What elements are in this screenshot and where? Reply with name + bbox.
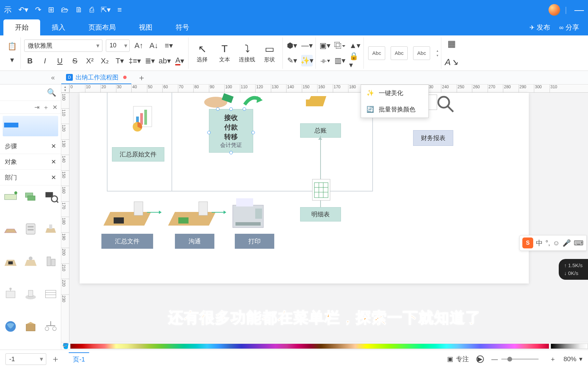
style-preset-2[interactable]: Abc (391, 46, 408, 60)
connector[interactable] (147, 212, 161, 213)
shape-item[interactable] (1, 285, 19, 303)
shape-item[interactable] (42, 285, 60, 303)
paste-icon[interactable]: 📋 (6, 41, 18, 52)
zoom-in-button[interactable]: ＋ (550, 355, 556, 364)
font-select[interactable]: 微软雅黑 (24, 40, 102, 52)
tab-insert[interactable]: 插入 (40, 19, 77, 35)
zoom-level[interactable]: 80% ▾ (564, 355, 583, 363)
list-icon[interactable]: ≣▾ (144, 55, 156, 67)
connector[interactable] (212, 212, 225, 213)
style-preset-3[interactable]: Abc (413, 46, 430, 60)
color-swatches[interactable] (70, 343, 549, 349)
menu-batch-replace-color[interactable]: 🔄批量替换颜色 (361, 101, 428, 118)
shape-item[interactable] (42, 220, 60, 238)
tool-shape[interactable]: ▭形状 (259, 43, 280, 63)
clipart-desk1[interactable] (100, 195, 151, 232)
shape-item[interactable] (1, 317, 19, 336)
redo-icon[interactable]: ↷ (35, 5, 41, 14)
node-summary-file[interactable]: 汇总文件 (101, 234, 153, 249)
ime-toolbar[interactable]: S 中 °, ☺ 🎤 ⌨ (519, 235, 587, 251)
tab-symbol[interactable]: 符号 (164, 19, 201, 35)
table-icon[interactable]: ▦ (445, 37, 458, 51)
category-steps[interactable]: 步骤✕ (0, 138, 61, 154)
category-objects[interactable]: 对象✕ (0, 154, 61, 170)
distribute-icon[interactable]: ▥▾ (334, 55, 346, 66)
font-color-icon[interactable]: A▾ (174, 55, 185, 67)
subscript-button[interactable]: X₂ (99, 55, 111, 67)
play-button[interactable]: ▶ (476, 355, 484, 363)
collapse-panel-icon[interactable]: « (51, 74, 55, 81)
add-icon[interactable]: ＋ (43, 103, 49, 111)
node-print[interactable]: 打印 (235, 234, 274, 249)
node-summary-original[interactable]: 汇总原始文件 (112, 147, 164, 162)
add-page-button[interactable]: ＋ (51, 353, 60, 365)
tab-layout[interactable]: 页面布局 (77, 19, 127, 35)
publish-button[interactable]: ✈发布 (529, 23, 550, 32)
page-select[interactable]: -1 (5, 353, 46, 365)
font-panel-icon[interactable]: A↘ (445, 56, 458, 69)
shape-item[interactable] (42, 317, 60, 336)
arrange-front-icon[interactable]: ▣▾ (319, 40, 331, 51)
share-button[interactable]: ∞分享 (559, 23, 579, 32)
group-icon[interactable]: ⿻▾ (334, 40, 346, 51)
node-receive-payment[interactable]: 接收 付款 转移 会计凭证 (209, 109, 253, 153)
shape-item[interactable] (21, 220, 39, 238)
clipart-printer[interactable] (226, 195, 270, 232)
close-icon[interactable]: ✕ (51, 174, 56, 181)
style-preset-1[interactable]: Abc (368, 46, 385, 60)
print-icon[interactable]: ⎙ (89, 5, 94, 14)
highlight-icon[interactable]: ab▾ (159, 55, 170, 67)
clipart-handshake[interactable] (199, 93, 240, 110)
export-icon[interactable]: ⇱▾ (101, 5, 111, 14)
shape-item[interactable] (1, 220, 19, 238)
shape-item[interactable] (21, 285, 39, 303)
close-panel-icon[interactable]: ✕ (52, 104, 58, 111)
canvas[interactable]: ▲▼ 0102030405060708090100110120130140150… (61, 85, 588, 350)
shape-item[interactable] (1, 187, 19, 206)
beautify-button[interactable]: ✨▾ (301, 55, 313, 66)
tab-view[interactable]: 视图 (127, 19, 164, 35)
shape-item[interactable] (21, 252, 39, 271)
fill-icon[interactable]: ⬢▾ (286, 40, 298, 51)
fill-bucket-icon[interactable]: 🪣 (61, 343, 70, 349)
close-icon[interactable]: ✕ (51, 142, 56, 150)
ime-emoji-icon[interactable]: ☺ (553, 239, 560, 247)
focus-mode-button[interactable]: ▣专注 (447, 355, 469, 364)
minimize-icon[interactable]: — (574, 4, 584, 15)
clipboard-more[interactable]: ▾ (6, 54, 18, 66)
category-dept[interactable]: 部门✕ (0, 170, 61, 185)
align-obj-icon[interactable]: ⟛▾ (319, 55, 331, 66)
tool-connector[interactable]: ⤵连接线 (237, 43, 257, 63)
superscript-button[interactable]: X² (84, 55, 96, 67)
shrink-font-icon[interactable]: A↓ (148, 40, 160, 51)
user-avatar[interactable] (549, 4, 560, 16)
node-report[interactable]: 财务报表 (413, 130, 453, 146)
ime-mode[interactable]: 中 (536, 239, 543, 248)
align-icon[interactable]: ≡▾ (163, 40, 175, 51)
ime-punct-icon[interactable]: °, (545, 239, 550, 247)
line-spacing-icon[interactable]: ‡≡▾ (129, 55, 141, 67)
flip-icon[interactable]: ▲▾ (349, 40, 361, 51)
clipart-arrow[interactable] (243, 93, 263, 110)
shape-item[interactable] (42, 252, 60, 271)
ime-voice-icon[interactable]: 🎤 (562, 239, 571, 247)
page-tab[interactable]: 页-1 (69, 352, 89, 366)
save-icon[interactable]: 🗎 (75, 5, 83, 14)
document-tab[interactable]: D 出纳工作流程图 (61, 71, 131, 84)
shape-item[interactable] (21, 187, 39, 206)
style-more[interactable]: ▴▾ (437, 49, 438, 57)
tool-text[interactable]: T文本 (214, 43, 235, 63)
shape-item[interactable] (1, 252, 19, 271)
shape-item[interactable] (21, 317, 39, 336)
node-comm[interactable]: 沟通 (175, 234, 214, 249)
line-style-icon[interactable]: —▾ (301, 40, 313, 51)
menu-one-click-beautify[interactable]: ✨一键美化 (361, 85, 428, 101)
clipart-spreadsheet[interactable] (311, 178, 331, 202)
gray-swatches[interactable] (551, 343, 588, 349)
drawing-page[interactable]: 汇总原始文件 接收 付款 转移 会计凭证 总账 财务报表 明细表 (80, 93, 529, 283)
shape-item[interactable] (42, 187, 60, 206)
open-icon[interactable]: 🗁 (61, 5, 68, 14)
new-icon[interactable]: ⊞ (48, 5, 54, 14)
italic-button[interactable]: I (39, 55, 51, 67)
clipart-desk2[interactable] (165, 195, 216, 232)
